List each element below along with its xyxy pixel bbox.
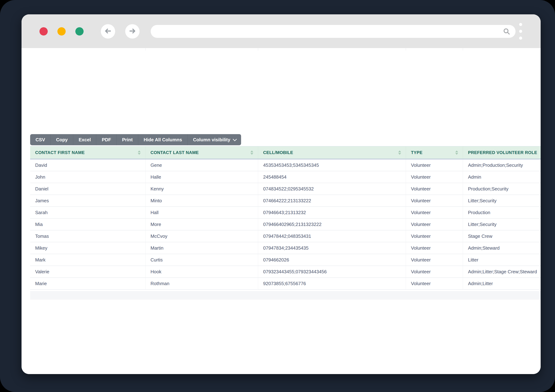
cell-first-name: Mikey <box>30 242 145 254</box>
toolbar-button-pdf[interactable]: PDF <box>96 134 117 145</box>
back-arrow-icon <box>104 27 112 36</box>
column-header-type[interactable]: TYPE <box>406 146 463 159</box>
menu-dot <box>519 30 522 33</box>
back-button[interactable] <box>101 24 115 39</box>
search-icon[interactable] <box>503 28 511 35</box>
cell-last-name: Hook <box>145 266 258 277</box>
cell-cell-mobile: 079466402965;2131323222 <box>258 218 406 230</box>
cell-type: Volunteer <box>406 218 463 230</box>
sort-arrows-icon <box>455 151 458 155</box>
column-header-contact-first-name[interactable]: CONTACT FIRST NAME <box>30 146 145 159</box>
forward-button[interactable] <box>125 24 139 39</box>
cell-last-name: Curtis <box>145 254 258 266</box>
cell-last-name: Gene <box>145 160 258 171</box>
kebab-menu-icon[interactable] <box>518 22 524 41</box>
cell-last-name: More <box>145 218 258 230</box>
cell-last-name: Minto <box>145 195 258 206</box>
table-row: DanielKenny074834522;0295345532Volunteer… <box>30 183 541 195</box>
cell-first-name: Mia <box>30 218 145 230</box>
maximize-window-button[interactable] <box>75 27 84 36</box>
toolbar-button-print[interactable]: Print <box>117 134 138 145</box>
table-row: JohnHalle245488454VolunteerAdmin <box>30 171 541 183</box>
cell-first-name: Marie <box>30 278 145 289</box>
browser-window: CSVCopyExcelPDFPrintHide All ColumnsColu… <box>22 14 541 374</box>
table-row: JamesMinto074664222;213133222VolunteerLi… <box>30 195 541 207</box>
forward-arrow-icon <box>129 27 136 36</box>
cell-last-name: McCvoy <box>145 230 258 242</box>
cell-role: Production <box>463 207 541 218</box>
cell-cell-mobile: 92073855;67556776 <box>258 278 406 289</box>
cell-type: Volunteer <box>406 171 463 183</box>
close-window-button[interactable] <box>39 27 48 36</box>
cell-role: Admin <box>463 171 541 183</box>
menu-dot <box>519 36 522 40</box>
cell-first-name: Valerie <box>30 266 145 277</box>
volunteers-table: CONTACT FIRST NAMECONTACT LAST NAMECELL/… <box>30 146 541 290</box>
cell-last-name: Kenny <box>145 183 258 195</box>
cell-first-name: Tomas <box>30 230 145 242</box>
sort-arrows-icon <box>250 151 253 155</box>
table-row: MarieRothman92073855;67556776VolunteerAd… <box>30 278 541 290</box>
cell-first-name: David <box>30 160 145 171</box>
column-header-preferred-volunteer-role[interactable]: PREFERRED VOLUNTEER ROLE <box>463 146 541 159</box>
cell-cell-mobile: 245488454 <box>258 171 406 183</box>
column-header-label: CONTACT LAST NAME <box>151 150 199 155</box>
table-footer-strip <box>30 291 541 300</box>
cell-role: Litter <box>463 254 541 266</box>
page-content: CSVCopyExcelPDFPrintHide All ColumnsColu… <box>22 48 541 374</box>
cell-type: Volunteer <box>406 230 463 242</box>
column-header-contact-last-name[interactable]: CONTACT LAST NAME <box>145 146 258 159</box>
column-header-label: CONTACT FIRST NAME <box>35 150 85 155</box>
table-row: MiaMore079466402965;2131323222VolunteerL… <box>30 218 541 230</box>
column-visibility-label: Column visibility <box>193 137 230 143</box>
cell-last-name: Rothman <box>145 278 258 289</box>
toolbar-button-copy[interactable]: Copy <box>51 134 73 145</box>
minimize-window-button[interactable] <box>57 27 66 36</box>
cell-cell-mobile: 079323443455;079323443456 <box>258 266 406 277</box>
cell-type: Volunteer <box>406 195 463 206</box>
cell-first-name: James <box>30 195 145 206</box>
cell-last-name: Halle <box>145 171 258 183</box>
cell-cell-mobile: 07947834;234435435 <box>258 242 406 254</box>
address-bar <box>151 25 516 38</box>
cell-type: Volunteer <box>406 278 463 289</box>
table-row: MarkCurtis0794662026VolunteerLitter <box>30 254 541 266</box>
chevron-down-icon <box>233 137 237 141</box>
cell-cell-mobile: 0794662026 <box>258 254 406 266</box>
cell-last-name: Martin <box>145 242 258 254</box>
cell-first-name: Daniel <box>30 183 145 195</box>
cell-cell-mobile: 07946643;21313232 <box>258 207 406 218</box>
cell-role: Stage Crew <box>463 230 541 242</box>
browser-chrome <box>22 14 541 48</box>
cell-first-name: Mark <box>30 254 145 266</box>
cell-type: Volunteer <box>406 266 463 277</box>
column-header-label: TYPE <box>411 150 423 155</box>
cell-role: Litter;Security <box>463 218 541 230</box>
cell-first-name: John <box>30 171 145 183</box>
cell-type: Volunteer <box>406 207 463 218</box>
cell-type: Volunteer <box>406 160 463 171</box>
cell-type: Volunteer <box>406 242 463 254</box>
menu-dot <box>519 23 522 26</box>
cell-role: Production;Security <box>463 183 541 195</box>
cell-cell-mobile: 079478442;048353431 <box>258 230 406 242</box>
cell-role: Admin;Litter;Stage Crew;Steward <box>463 266 541 277</box>
column-header-cell-mobile[interactable]: CELL/MOBILE <box>258 146 406 159</box>
table-row: DavidGene45353453453;5345345345Volunteer… <box>30 160 541 171</box>
column-edge-tick <box>258 48 258 51</box>
toolbar-button-column-visibility[interactable]: Column visibility <box>188 134 241 145</box>
toolbar-button-csv[interactable]: CSV <box>30 134 51 145</box>
toolbar-button-hide-all-columns[interactable]: Hide All Columns <box>138 134 188 145</box>
cell-cell-mobile: 45353453453;5345345345 <box>258 160 406 171</box>
cell-cell-mobile: 074834522;0295345532 <box>258 183 406 195</box>
cell-cell-mobile: 074664222;213133222 <box>258 195 406 206</box>
cell-type: Volunteer <box>406 254 463 266</box>
column-header-label: PREFERRED VOLUNTEER ROLE <box>468 150 537 155</box>
column-edge-tick <box>145 48 146 51</box>
table-row: TomasMcCvoy079478442;048353431VolunteerS… <box>30 230 541 242</box>
address-bar-input[interactable] <box>157 25 498 38</box>
toolbar-button-excel[interactable]: Excel <box>73 134 96 145</box>
table-row: MikeyMartin07947834;234435435VolunteerAd… <box>30 242 541 254</box>
screenshot-canvas: CSVCopyExcelPDFPrintHide All ColumnsColu… <box>0 0 555 392</box>
table-body: DavidGene45353453453;5345345345Volunteer… <box>30 160 541 290</box>
